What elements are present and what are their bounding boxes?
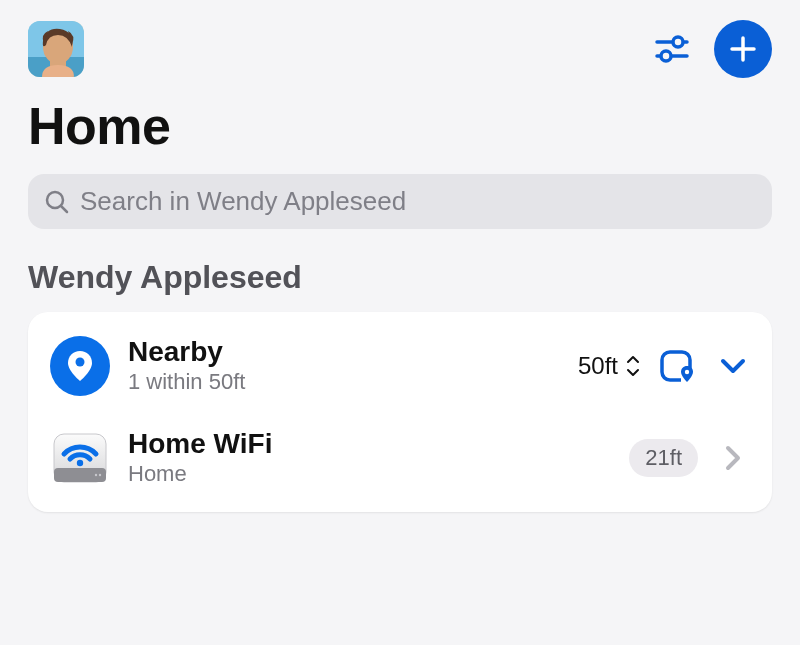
svg-point-12 <box>76 358 85 367</box>
page-title: Home <box>28 96 772 156</box>
wifi-title: Home WiFi <box>128 429 611 460</box>
section-title: Wendy Appleseed <box>28 259 772 296</box>
device-card: Nearby 1 within 50ft 50ft <box>28 312 772 512</box>
svg-point-7 <box>661 51 671 61</box>
location-pin-icon <box>50 336 110 396</box>
stepper-arrows-icon <box>626 355 640 377</box>
svg-point-19 <box>95 474 97 476</box>
distance-stepper[interactable]: 50ft <box>578 352 640 380</box>
svg-point-15 <box>685 370 689 374</box>
geofence-button[interactable] <box>658 346 698 386</box>
distance-value: 50ft <box>578 352 618 380</box>
nearby-subtitle: 1 within 50ft <box>128 369 560 395</box>
svg-line-11 <box>61 206 67 212</box>
chevron-down-icon <box>720 358 746 374</box>
distance-badge: 21ft <box>629 439 698 477</box>
sliders-icon <box>653 30 691 68</box>
search-bar[interactable] <box>28 174 772 229</box>
search-input[interactable] <box>80 186 756 217</box>
svg-point-18 <box>99 474 101 476</box>
svg-point-20 <box>77 460 83 466</box>
expand-button[interactable] <box>716 349 750 383</box>
top-bar <box>28 20 772 78</box>
chevron-right-icon <box>725 445 741 471</box>
svg-rect-17 <box>54 468 106 482</box>
wifi-row[interactable]: Home WiFi Home 21ft <box>28 412 772 504</box>
nearby-title: Nearby <box>128 337 560 368</box>
geofence-icon <box>659 347 697 385</box>
disclosure-button[interactable] <box>716 441 750 475</box>
avatar-image <box>28 21 84 77</box>
avatar[interactable] <box>28 21 84 77</box>
nearby-row[interactable]: Nearby 1 within 50ft 50ft <box>28 320 772 412</box>
plus-icon <box>728 34 758 64</box>
filter-button[interactable] <box>650 27 694 71</box>
router-icon <box>50 428 110 488</box>
search-icon <box>44 189 70 215</box>
add-button[interactable] <box>714 20 772 78</box>
wifi-subtitle: Home <box>128 461 611 487</box>
svg-point-5 <box>673 37 683 47</box>
